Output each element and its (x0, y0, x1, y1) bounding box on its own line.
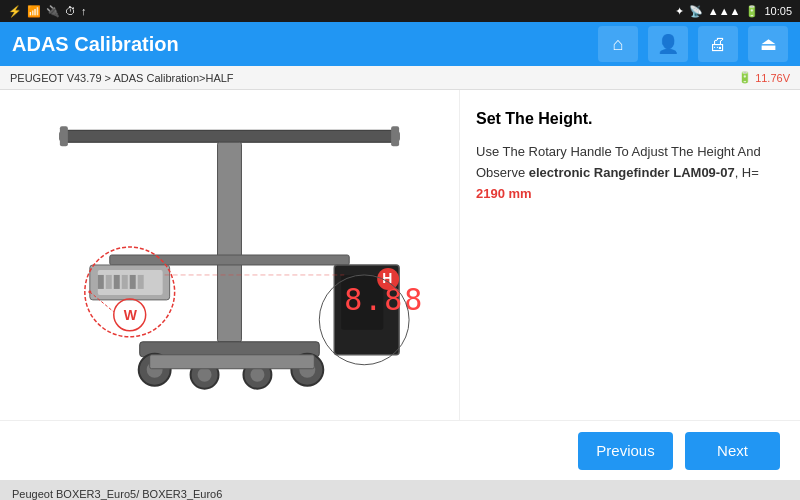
svg-rect-2 (391, 126, 399, 146)
battery-icon: 🔋 (745, 5, 759, 18)
vehicle-info-bar: Peugeot BOXER3_Euro5/ BOXER3_Euro6 VIN V… (0, 480, 800, 500)
calibration-diagram: W 8.88 H (10, 100, 449, 410)
battery-icon-small: 🔋 (738, 71, 752, 84)
app-title: ADAS Calibration (12, 33, 179, 56)
status-icons-left: ⚡ 📶 🔌 ⏱ ↑ (8, 5, 87, 18)
header-actions: ⌂ 👤 🖨 ⏏ (598, 26, 788, 62)
print-button[interactable]: 🖨 (698, 26, 738, 62)
svg-point-29 (198, 368, 212, 382)
instruction-highlight-measurement: 2190 mm (476, 186, 532, 201)
svg-rect-8 (106, 275, 112, 289)
bt-icon: ✦ (675, 5, 684, 18)
status-bar: ⚡ 📶 🔌 ⏱ ↑ ✦ 📡 ▲▲▲ 🔋 10:05 (0, 0, 800, 22)
breadcrumb-bar: PEUGEOT V43.79 > ADAS Calibration>HALF 🔋… (0, 66, 800, 90)
svg-rect-0 (60, 130, 399, 142)
instruction-body: Use The Rotary Handle To Adjust The Heig… (476, 142, 784, 204)
next-button[interactable]: Next (685, 432, 780, 470)
svg-rect-7 (98, 275, 104, 289)
wifi-status-icon: ▲▲▲ (708, 5, 741, 17)
vehicle-model: Peugeot BOXER3_Euro5/ BOXER3_Euro6 (12, 488, 788, 500)
wifi-icon: 📶 (27, 5, 41, 18)
breadcrumb: PEUGEOT V43.79 > ADAS Calibration>HALF (10, 72, 234, 84)
signal-icon: 📡 (689, 5, 703, 18)
svg-rect-34 (150, 355, 315, 369)
arrow-icon: ↑ (81, 5, 87, 17)
previous-button[interactable]: Previous (578, 432, 673, 470)
battery-voltage: 11.76V (755, 72, 790, 84)
status-icons-right: ✦ 📡 ▲▲▲ 🔋 10:05 (675, 5, 792, 18)
svg-point-17 (88, 290, 91, 293)
svg-rect-10 (122, 275, 128, 289)
export-button[interactable]: ⏏ (748, 26, 788, 62)
svg-rect-1 (60, 126, 68, 146)
svg-rect-3 (218, 142, 242, 342)
bluetooth-icon: ⚡ (8, 5, 22, 18)
instruction-text-body2: , H= (735, 165, 759, 180)
user-button[interactable]: 👤 (648, 26, 688, 62)
battery-display: 🔋 11.76V (738, 71, 790, 84)
diagram-panel: W 8.88 H (0, 90, 460, 420)
home-button[interactable]: ⌂ (598, 26, 638, 62)
svg-rect-11 (130, 275, 136, 289)
navigation-bar: Previous Next (0, 420, 800, 480)
instruction-title: Set The Height. (476, 110, 784, 128)
app-header: ADAS Calibration ⌂ 👤 🖨 ⏏ (0, 22, 800, 66)
svg-text:W: W (124, 307, 138, 323)
clock-icon: ⏱ (65, 5, 76, 17)
time-display: 10:05 (764, 5, 792, 17)
instruction-highlight-device: electronic Rangefinder LAM09-07 (529, 165, 735, 180)
instructions-panel: Set The Height. Use The Rotary Handle To… (460, 90, 800, 420)
main-content: W 8.88 H (0, 90, 800, 420)
svg-rect-4 (110, 255, 349, 265)
svg-rect-12 (138, 275, 144, 289)
svg-point-31 (250, 368, 264, 382)
usb-icon: 🔌 (46, 5, 60, 18)
svg-rect-9 (114, 275, 120, 289)
